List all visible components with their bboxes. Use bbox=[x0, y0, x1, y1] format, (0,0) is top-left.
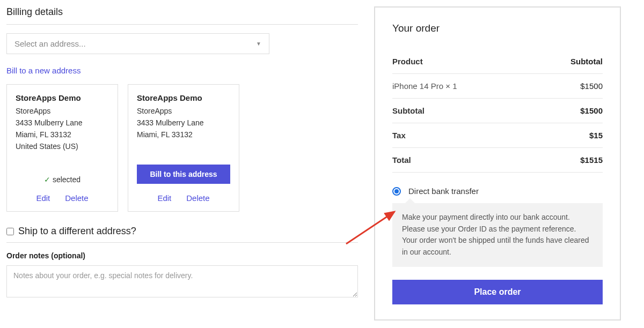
order-notes-label: Order notes (optional) bbox=[6, 251, 358, 260]
address-line: Miami, FL 33132 bbox=[16, 130, 109, 139]
subtotal-header: Subtotal bbox=[570, 57, 603, 66]
total-value: $1515 bbox=[580, 155, 603, 165]
address-card-1: StoreApps Demo StoreApps 3433 Mulberry L… bbox=[6, 84, 118, 212]
selected-indicator: ✓selected bbox=[16, 175, 109, 184]
order-subtotal-row: Subtotal $1500 bbox=[392, 99, 603, 123]
payment-method-label: Direct bank transfer bbox=[408, 187, 479, 196]
payment-description: Make your payment directly into our bank… bbox=[392, 203, 603, 267]
bill-new-address-link[interactable]: Bill to a new address bbox=[6, 66, 80, 75]
edit-address-link[interactable]: Edit bbox=[36, 193, 50, 203]
order-tax-row: Tax $15 bbox=[392, 123, 603, 148]
ship-different-checkbox[interactable] bbox=[6, 228, 14, 235]
product-name: iPhone 14 Pro × 1 bbox=[392, 81, 457, 91]
selected-text: selected bbox=[53, 175, 80, 184]
order-product-row: iPhone 14 Pro × 1 $1500 bbox=[392, 74, 603, 99]
order-summary-box: Your order Product Subtotal iPhone 14 Pr… bbox=[374, 6, 621, 320]
ship-different-label: Ship to a different address? bbox=[18, 226, 136, 237]
billing-details-title: Billing details bbox=[6, 6, 358, 18]
chevron-down-icon: ▼ bbox=[256, 41, 261, 47]
order-title: Your order bbox=[392, 23, 603, 34]
address-line: StoreApps bbox=[16, 107, 109, 115]
address-line: Miami, FL 33132 bbox=[137, 130, 230, 139]
product-header: Product bbox=[392, 57, 423, 66]
address-line: 3433 Mulberry Lane bbox=[137, 118, 230, 127]
delete-address-link[interactable]: Delete bbox=[65, 193, 88, 203]
tax-label: Tax bbox=[392, 131, 406, 140]
address-card-2: StoreApps Demo StoreApps 3433 Mulberry L… bbox=[128, 84, 239, 212]
radio-selected-icon bbox=[392, 187, 401, 196]
address-select-dropdown[interactable]: Select an address... ▼ bbox=[6, 33, 269, 54]
total-label: Total bbox=[392, 155, 411, 165]
divider bbox=[6, 242, 358, 243]
address-card-title: StoreApps Demo bbox=[137, 93, 230, 102]
check-icon: ✓ bbox=[44, 175, 50, 184]
order-header-row: Product Subtotal bbox=[392, 49, 603, 74]
bill-to-address-button[interactable]: Bill to this address bbox=[137, 165, 230, 184]
address-line: 3433 Mulberry Lane bbox=[16, 118, 109, 127]
product-price: $1500 bbox=[580, 81, 603, 91]
delete-address-link[interactable]: Delete bbox=[186, 193, 209, 203]
address-select-placeholder: Select an address... bbox=[14, 39, 86, 48]
payment-method-option[interactable]: Direct bank transfer bbox=[392, 180, 603, 203]
edit-address-link[interactable]: Edit bbox=[157, 193, 171, 203]
divider bbox=[6, 24, 358, 25]
address-card-title: StoreApps Demo bbox=[16, 93, 109, 102]
order-total-row: Total $1515 bbox=[392, 148, 603, 173]
order-notes-textarea[interactable] bbox=[6, 265, 358, 297]
address-cards: StoreApps Demo StoreApps 3433 Mulberry L… bbox=[6, 84, 358, 212]
subtotal-value: $1500 bbox=[580, 106, 603, 115]
place-order-button[interactable]: Place order bbox=[392, 280, 603, 304]
tax-value: $15 bbox=[589, 131, 603, 140]
address-line: StoreApps bbox=[137, 107, 230, 115]
subtotal-label: Subtotal bbox=[392, 106, 425, 115]
address-line: United States (US) bbox=[16, 142, 109, 151]
